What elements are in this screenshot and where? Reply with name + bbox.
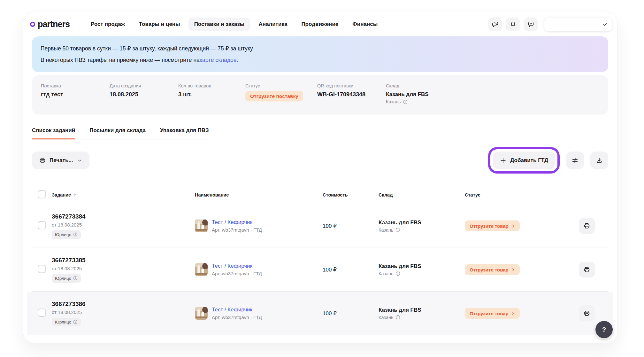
- entity-badge: Юрлицо: [52, 318, 81, 326]
- main-card: partners Рост продаж Товары и цены Поста…: [23, 12, 617, 343]
- account-selector[interactable]: [544, 18, 612, 31]
- download-icon: [596, 157, 603, 164]
- print-button[interactable]: Печать...: [32, 152, 89, 169]
- select-all-checkbox[interactable]: [38, 190, 46, 198]
- product-link[interactable]: Тест / Кефирчик: [212, 263, 252, 269]
- info-icon[interactable]: [395, 227, 400, 232]
- supply-field-quantity: Кол-во товаров 3 шт.: [178, 83, 245, 115]
- nav-item-supplies-orders[interactable]: Поставки и заказы: [188, 18, 250, 31]
- tab-warehouse-parcels[interactable]: Посылки для склада: [89, 127, 146, 139]
- main-nav: Рост продаж Товары и цены Поставки и зак…: [85, 18, 383, 31]
- row-checkbox[interactable]: [38, 265, 46, 273]
- tab-pvz-packaging[interactable]: Упаковка для ПВЗ: [160, 127, 209, 139]
- tariff-banner-line2: В некоторых ПВЗ тарифы на приёмку ниже —…: [41, 54, 600, 66]
- add-gtd-button[interactable]: Добавить ГТД: [493, 152, 555, 169]
- brand-logo-text: partners: [38, 19, 70, 29]
- task-date: от 18.08.2025: [52, 222, 195, 227]
- info-icon[interactable]: [395, 315, 400, 320]
- supply-field-qr: QR-код поставки WB-GI-170943348: [317, 83, 386, 115]
- task-id: 3667273384: [52, 213, 195, 220]
- plus-icon: [500, 157, 507, 164]
- info-icon[interactable]: [73, 320, 78, 324]
- print-row-button[interactable]: [579, 305, 595, 321]
- supply-field-created: Дата создания 18.08.2025: [110, 83, 178, 115]
- printer-icon: [583, 310, 590, 317]
- topbar-actions: [488, 18, 612, 31]
- tariff-banner-line2-period: .: [236, 57, 238, 63]
- entity-badge: Юрлицо: [52, 230, 81, 239]
- sliders-icon: [571, 157, 579, 164]
- nav-item-sales-growth[interactable]: Рост продаж: [85, 18, 131, 31]
- price: 100 ₽: [323, 223, 379, 229]
- row-checkbox[interactable]: [38, 309, 46, 317]
- chevron-right-icon: [511, 224, 515, 228]
- status-badge[interactable]: Отгрузите товар: [465, 308, 520, 319]
- product-link[interactable]: Тест / Кефирчик: [212, 219, 252, 225]
- column-task-sort[interactable]: Задание: [52, 192, 195, 197]
- printer-icon: [583, 222, 590, 229]
- table-row: 3667273384 от 18.08.2025 Юрлицо Тест / К…: [32, 204, 608, 248]
- product-thumbnail[interactable]: [195, 263, 208, 276]
- nav-item-finance[interactable]: Финансы: [347, 18, 383, 31]
- brand-logo-icon: [30, 22, 35, 27]
- toolbar: Печать... Добавить ГТД: [32, 147, 608, 174]
- printer-icon: [39, 157, 46, 164]
- product-thumbnail[interactable]: [195, 307, 208, 320]
- table-header: Задание Наименование Стоимость Склад Ста…: [32, 186, 608, 204]
- messages-button[interactable]: [488, 18, 502, 31]
- sort-up-icon: [72, 192, 77, 197]
- table-row: 3667273385 от 18.08.2025 Юрлицо Тест / К…: [32, 248, 608, 292]
- page-content: Первые 50 товаров в сутки — 15 ₽ за штук…: [23, 36, 617, 335]
- column-price: Стоимость: [323, 192, 379, 197]
- warehouse-map-link[interactable]: карте складов: [200, 57, 236, 63]
- chevron-down-icon: [77, 158, 82, 163]
- product-thumbnail[interactable]: [195, 219, 208, 232]
- section-tabs: Список заданий Посылки для склада Упаков…: [32, 127, 209, 139]
- warehouse-name: Казань для FBS: [379, 219, 465, 226]
- tab-task-list[interactable]: Список заданий: [32, 127, 75, 139]
- print-row-button[interactable]: [579, 262, 595, 278]
- support-fab[interactable]: ?: [595, 321, 613, 338]
- supply-field-warehouse: Склад Казань для FBS Казань: [386, 83, 429, 115]
- product-link[interactable]: Тест / Кефирчик: [212, 307, 252, 313]
- warehouse-city: Казань: [379, 271, 465, 276]
- column-warehouse: Склад: [379, 192, 465, 197]
- info-icon[interactable]: [403, 100, 408, 104]
- task-id: 3667273385: [52, 257, 195, 264]
- chevron-right-icon: [511, 268, 515, 271]
- warehouse-city: Казань: [379, 227, 465, 233]
- warehouse-city: Казань: [379, 315, 465, 320]
- notifications-button[interactable]: [506, 18, 520, 31]
- print-row-button[interactable]: [579, 218, 595, 234]
- toolbar-right: Добавить ГТД: [488, 147, 608, 174]
- product-sku: Арт. wb37mtqavh · ГТД: [212, 271, 262, 276]
- chat-icon: [492, 21, 499, 28]
- nav-item-analytics[interactable]: Аналитика: [253, 18, 293, 31]
- tariff-banner-line1: Первые 50 товаров в сутки — 15 ₽ за штук…: [41, 43, 600, 54]
- info-icon[interactable]: [73, 276, 78, 280]
- warehouse-name: Казань для FBS: [379, 307, 465, 313]
- table-row: 3667273386 от 18.08.2025 Юрлицо Тест / К…: [32, 292, 608, 335]
- task-id: 3667273386: [52, 301, 195, 308]
- annotation-highlight: Добавить ГТД: [488, 147, 560, 174]
- filter-settings-button[interactable]: [566, 152, 584, 169]
- supply-field-name: Поставка гтд тест: [41, 83, 110, 115]
- product-sku: Арт. wb37mtqavh · ГТД: [212, 315, 262, 320]
- row-checkbox[interactable]: [38, 221, 46, 229]
- check-icon: [602, 21, 608, 27]
- column-status: Статус: [465, 192, 562, 197]
- download-button[interactable]: [590, 152, 608, 169]
- status-badge[interactable]: Отгрузите товар: [465, 264, 520, 275]
- info-icon[interactable]: [395, 271, 400, 276]
- brand-logo[interactable]: partners: [30, 19, 70, 29]
- tariff-banner-line2-text: В некоторых ПВЗ тарифы на приёмку ниже —…: [41, 57, 200, 63]
- supply-status-badge: Отгрузите поставку: [245, 91, 303, 101]
- status-badge[interactable]: Отгрузите товар: [465, 220, 520, 231]
- nav-item-promotion[interactable]: Продвижение: [295, 18, 344, 31]
- info-icon[interactable]: [73, 232, 78, 237]
- supply-field-status: Статус Отгрузите поставку: [245, 83, 317, 115]
- tariff-banner: Первые 50 товаров в сутки — 15 ₽ за штук…: [32, 36, 608, 72]
- supply-info-panel: Поставка гтд тест Дата создания 18.08.20…: [32, 75, 608, 115]
- nav-item-goods-prices[interactable]: Товары и цены: [133, 18, 186, 31]
- help-button[interactable]: [524, 18, 538, 31]
